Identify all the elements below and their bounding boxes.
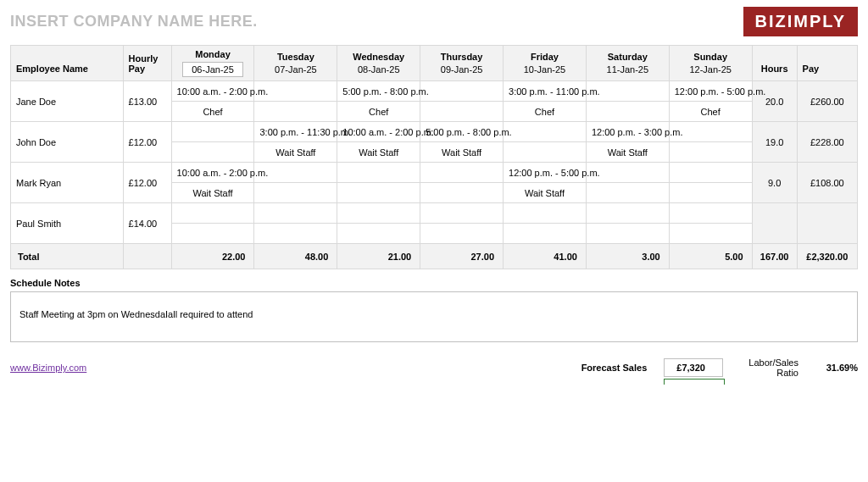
shift-time-cell[interactable] <box>420 81 504 102</box>
shift-role-cell[interactable] <box>669 224 752 244</box>
shift-role-cell[interactable] <box>669 142 752 163</box>
pay-cell: £260.00 <box>797 81 857 122</box>
shift-role-cell[interactable]: Wait Staff <box>420 142 504 163</box>
date-label: 11-Jan-25 <box>592 64 664 75</box>
header-row: Employee Name Hourly Pay Monday 06-Jan-2… <box>11 46 858 81</box>
shift-time-cell[interactable] <box>171 122 254 142</box>
dow-label: Sunday <box>675 52 747 62</box>
schedule-table: Employee Name Hourly Pay Monday 06-Jan-2… <box>10 45 858 269</box>
shift-time-cell[interactable]: 12:00 p.m. - 5:00 p.m. <box>669 81 752 102</box>
shift-time-cell[interactable] <box>420 203 504 224</box>
shift-role-cell[interactable] <box>171 142 254 163</box>
pay-cell: £228.00 <box>797 122 857 163</box>
shift-role-cell[interactable] <box>586 183 669 203</box>
total-day-hours: 21.00 <box>337 244 420 269</box>
bizimply-link[interactable]: www.Bizimply.com <box>10 363 86 373</box>
schedule-notes-box[interactable]: Staff Meeting at 3pm on WednesdaIall req… <box>10 291 858 342</box>
hourly-pay-cell[interactable]: £14.00 <box>123 203 171 244</box>
total-day-hours: 22.00 <box>171 244 254 269</box>
header-day-tue: Tuesday 07-Jan-25 <box>254 46 337 81</box>
shift-time-cell[interactable]: 10:00 a.m. - 2:00 p.m. <box>171 163 254 183</box>
shift-role-cell[interactable] <box>669 183 752 203</box>
shift-time-cell[interactable]: 10:00 a.m. - 2:00 p.m. <box>171 81 254 102</box>
shift-role-cell[interactable] <box>171 224 254 244</box>
hours-cell: 19.0 <box>752 122 797 163</box>
shift-role-cell[interactable] <box>504 142 587 163</box>
employee-name-cell[interactable]: Mark Ryan <box>11 163 124 203</box>
shift-role-cell[interactable] <box>254 224 337 244</box>
shift-role-cell[interactable]: Wait Staff <box>586 142 669 163</box>
shift-role-cell[interactable] <box>586 224 669 244</box>
date-label: 08-Jan-25 <box>342 64 415 75</box>
shift-role-cell[interactable]: Wait Staff <box>504 183 587 203</box>
header-employee: Employee Name <box>11 46 124 81</box>
employee-name-cell[interactable]: John Doe <box>11 122 124 163</box>
total-day-hours: 41.00 <box>504 244 587 269</box>
pay-cell <box>797 203 857 244</box>
shift-role-cell[interactable] <box>420 183 504 203</box>
shift-time-cell[interactable] <box>504 203 587 224</box>
header-day-thu: Thursday 09-Jan-25 <box>420 46 504 81</box>
hourly-pay-cell[interactable]: £12.00 <box>123 163 171 203</box>
hourly-pay-cell[interactable]: £12.00 <box>123 122 171 163</box>
shift-role-cell[interactable] <box>254 183 337 203</box>
header-hourly-pay: Hourly Pay <box>123 46 171 81</box>
total-day-hours: 27.00 <box>420 244 504 269</box>
employee-name-cell[interactable]: Paul Smith <box>11 203 124 244</box>
table-row: Mark Ryan£12.0010:00 a.m. - 2:00 p.m.12:… <box>11 163 858 183</box>
hourly-pay-cell[interactable]: £13.00 <box>123 81 171 122</box>
shift-time-cell[interactable] <box>420 163 504 183</box>
total-day-hours: 48.00 <box>254 244 337 269</box>
shift-time-cell[interactable] <box>337 163 420 183</box>
shift-time-cell[interactable]: 12:00 p.m. - 3:00 p.m. <box>586 122 669 142</box>
shift-time-cell[interactable]: 10:00 a.m. - 2:00 p.m. <box>337 122 420 142</box>
labor-sales-ratio-label: Labor/SalesRatio <box>748 357 798 378</box>
shift-role-cell[interactable]: Wait Staff <box>254 142 337 163</box>
shift-role-cell[interactable]: Wait Staff <box>337 142 420 163</box>
shift-time-cell[interactable] <box>669 203 752 224</box>
date-label: 12-Jan-25 <box>675 64 747 75</box>
shift-role-cell[interactable] <box>337 224 420 244</box>
shift-time-cell[interactable] <box>254 203 337 224</box>
shift-role-cell[interactable]: Wait Staff <box>171 183 254 203</box>
shift-role-cell[interactable] <box>337 183 420 203</box>
shift-role-cell[interactable]: Chef <box>337 102 420 122</box>
shift-role-cell[interactable]: Chef <box>504 102 587 122</box>
totals-row: Total22.0048.0021.0027.0041.003.005.0016… <box>11 244 858 269</box>
shift-time-cell[interactable]: 3:00 p.m. - 11:30 p.m. <box>254 122 337 142</box>
shift-role-cell[interactable] <box>586 102 669 122</box>
shift-role-cell[interactable]: Chef <box>171 102 254 122</box>
total-blank <box>123 244 171 269</box>
shift-time-cell[interactable]: 5:00 p.m. - 8:00 p.m. <box>420 122 504 142</box>
dow-label: Saturday <box>592 52 664 62</box>
employee-name-cell[interactable]: Jane Doe <box>11 81 124 122</box>
total-hours: 167.00 <box>752 244 797 269</box>
total-day-hours: 5.00 <box>669 244 752 269</box>
shift-time-cell[interactable]: 5:00 p.m. - 8:00 p.m. <box>337 81 420 102</box>
shift-time-cell[interactable] <box>504 122 587 142</box>
header-day-mon: Monday 06-Jan-25 <box>171 46 254 81</box>
bizimply-logo: BIZIMPLY <box>743 7 859 36</box>
shift-time-cell[interactable]: 3:00 p.m. - 11:00 p.m. <box>504 81 587 102</box>
shift-time-cell[interactable] <box>171 203 254 224</box>
company-name-placeholder: INSERT COMPANY NAME HERE. <box>10 13 258 30</box>
shift-role-cell[interactable] <box>504 224 587 244</box>
table-row: John Doe£12.003:00 p.m. - 11:30 p.m.10:0… <box>11 122 858 142</box>
date-input-monday[interactable]: 06-Jan-25 <box>182 62 243 77</box>
shift-time-cell[interactable] <box>586 203 669 224</box>
forecast-sales-input[interactable]: £7,320 <box>664 358 723 377</box>
shift-role-cell[interactable] <box>420 102 504 122</box>
total-label: Total <box>11 244 124 269</box>
dow-label: Wednesday <box>342 52 415 62</box>
date-label: 09-Jan-25 <box>426 64 498 75</box>
hours-cell <box>752 203 797 244</box>
total-pay: £2,320.00 <box>797 244 857 269</box>
shift-time-cell[interactable] <box>337 203 420 224</box>
header-day-sat: Saturday 11-Jan-25 <box>586 46 669 81</box>
shift-role-cell[interactable] <box>420 224 504 244</box>
shift-time-cell[interactable]: 12:00 p.m. - 5:00 p.m. <box>504 163 587 183</box>
shift-role-cell[interactable] <box>254 102 337 122</box>
shift-role-cell[interactable]: Chef <box>669 102 752 122</box>
pay-cell: £108.00 <box>797 163 857 203</box>
shift-time-cell[interactable] <box>669 163 752 183</box>
